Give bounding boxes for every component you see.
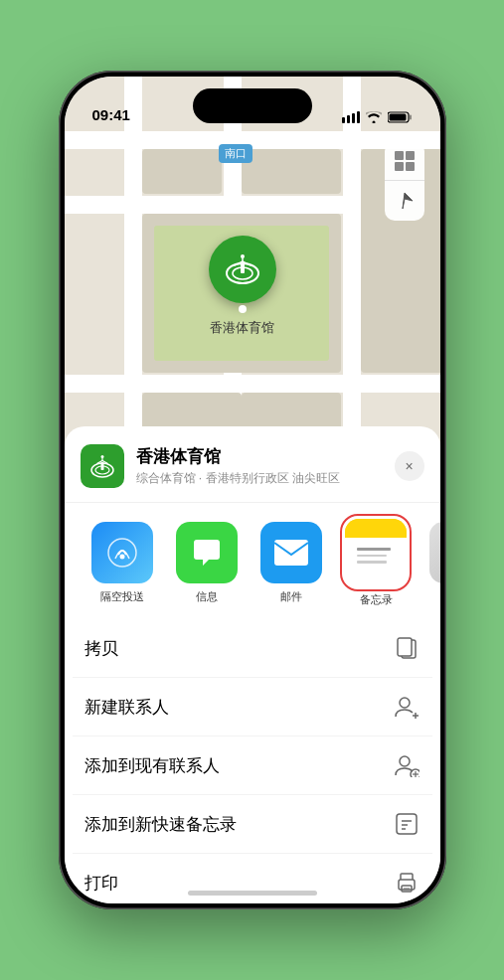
wifi-icon: [366, 111, 382, 123]
action-copy-label: 拷贝: [84, 637, 118, 660]
svg-point-32: [400, 756, 410, 766]
bottom-sheet: 香港体育馆 综合体育馆 · 香港特别行政区 油尖旺区 ×: [65, 426, 440, 903]
svg-rect-3: [357, 111, 360, 123]
more-icon-wrap: [429, 522, 440, 583]
messages-icon-wrap: [176, 522, 238, 583]
venue-header: 香港体育馆 综合体育馆 · 香港特别行政区 油尖旺区 ×: [65, 426, 440, 503]
phone-screen: 09:41: [65, 77, 440, 903]
copy-icon: [393, 634, 420, 662]
share-item-airdrop[interactable]: 隔空投送: [81, 522, 165, 604]
airdrop-icon: [104, 535, 140, 571]
svg-rect-9: [241, 263, 245, 273]
map-type-button[interactable]: [385, 141, 424, 181]
map-type-icon: [394, 150, 416, 172]
battery-icon: [388, 111, 413, 123]
action-add-existing-label: 添加到现有联系人: [84, 754, 220, 777]
location-button[interactable]: [385, 181, 424, 221]
pin-dot: [239, 305, 247, 313]
home-indicator: [188, 891, 317, 896]
map-controls: [385, 141, 424, 221]
venue-label: 南口: [219, 144, 252, 163]
note-add-icon: [393, 810, 420, 838]
stadium-icon: [223, 249, 262, 289]
action-new-contact[interactable]: 新建联系人: [73, 678, 432, 736]
stadium-pin: 香港体育馆: [209, 236, 276, 337]
share-item-messages[interactable]: 信息: [165, 522, 250, 604]
venue-name: 香港体育馆: [136, 445, 395, 468]
action-add-existing[interactable]: 添加到现有联系人: [73, 736, 432, 795]
venue-icon: [81, 444, 124, 488]
svg-rect-2: [352, 113, 355, 123]
svg-rect-13: [406, 151, 415, 160]
action-quick-note[interactable]: 添加到新快速备忘录: [73, 795, 432, 854]
map-block: [242, 149, 341, 194]
svg-rect-6: [389, 114, 406, 121]
messages-label: 信息: [196, 589, 218, 604]
notes-icon-wrap: [345, 519, 407, 580]
action-list: 拷贝 新建联系人: [65, 619, 440, 903]
svg-rect-0: [342, 117, 345, 123]
status-time: 09:41: [92, 106, 130, 123]
share-item-notes[interactable]: 备忘录: [334, 519, 419, 607]
share-row: 隔空投送 信息: [65, 503, 440, 619]
messages-icon: [189, 535, 225, 571]
svg-rect-14: [395, 162, 404, 171]
svg-point-11: [241, 254, 245, 258]
svg-point-21: [108, 539, 136, 567]
svg-rect-18: [100, 462, 103, 470]
action-print-label: 打印: [84, 872, 118, 895]
mail-icon-wrap: [260, 522, 322, 583]
svg-rect-36: [397, 814, 417, 834]
pin-circle: [209, 236, 276, 303]
action-copy[interactable]: 拷贝: [73, 619, 432, 678]
person-add-icon: [393, 693, 420, 721]
close-button[interactable]: ×: [395, 451, 424, 481]
svg-rect-15: [406, 162, 415, 171]
map-block: [142, 149, 222, 194]
airdrop-icon-wrap: [91, 522, 153, 583]
person-plus-icon: [393, 751, 420, 779]
mail-icon: [272, 538, 310, 568]
share-item-more[interactable]: 推: [419, 522, 440, 604]
printer-icon: [393, 869, 420, 897]
svg-point-20: [100, 455, 103, 458]
svg-point-22: [120, 555, 125, 560]
status-icons: [342, 111, 413, 123]
action-quick-note-label: 添加到新快速备忘录: [84, 813, 237, 836]
svg-rect-1: [347, 115, 350, 123]
svg-rect-23: [274, 540, 308, 566]
action-print[interactable]: 打印: [73, 854, 432, 903]
dynamic-island: [193, 88, 312, 123]
svg-rect-28: [398, 638, 412, 656]
airdrop-label: 隔空投送: [100, 589, 144, 604]
svg-rect-5: [410, 115, 412, 120]
signal-icon: [342, 111, 360, 123]
location-icon: [395, 191, 415, 211]
share-item-mail[interactable]: 邮件: [250, 522, 334, 604]
map-road: [65, 375, 440, 393]
phone-frame: 09:41: [59, 71, 446, 909]
svg-rect-12: [395, 151, 404, 160]
notes-label: 备忘录: [360, 592, 393, 607]
pin-label: 香港体育馆: [210, 319, 274, 337]
svg-point-29: [400, 698, 410, 708]
venue-info: 香港体育馆 综合体育馆 · 香港特别行政区 油尖旺区: [136, 445, 395, 487]
mail-label: 邮件: [280, 589, 302, 604]
venue-subtitle: 综合体育馆 · 香港特别行政区 油尖旺区: [136, 470, 395, 487]
venue-icon-graphic: [88, 452, 116, 480]
action-new-contact-label: 新建联系人: [84, 696, 169, 719]
